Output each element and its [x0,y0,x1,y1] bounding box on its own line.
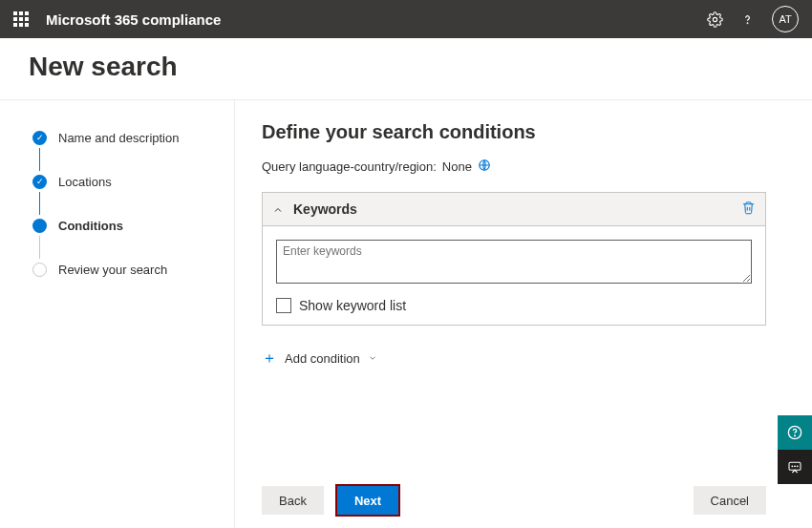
svg-point-1 [747,22,748,23]
keywords-title: Keywords [293,201,741,217]
step-label: Name and description [58,131,179,145]
step-label: Locations [58,175,112,189]
step-locations[interactable]: ✓ Locations [32,171,234,192]
chevron-up-icon[interactable] [272,201,284,217]
query-language-label: Query language-country/region: [262,159,437,174]
main-panel: Define your search conditions Query lang… [235,100,812,528]
top-bar: Microsoft 365 compliance AT [0,0,812,38]
help-icon[interactable] [740,12,755,27]
step-name-description[interactable]: ✓ Name and description [32,127,234,148]
help-float-button[interactable] [778,415,812,450]
footer: Back Next Cancel [235,476,812,528]
plus-icon: ＋ [262,348,277,369]
section-title: Define your search conditions [262,121,766,143]
back-button[interactable]: Back [262,486,324,515]
trash-icon[interactable] [741,201,756,218]
add-condition-label: Add condition [285,351,360,366]
check-icon: ✓ [32,131,47,145]
globe-icon[interactable] [478,158,491,175]
check-icon: ✓ [32,175,47,189]
step-connector [39,148,40,171]
chevron-down-icon [368,353,377,365]
show-keyword-list-label: Show keyword list [299,298,406,313]
next-button[interactable]: Next [337,486,398,515]
step-label: Conditions [58,219,123,233]
step-conditions[interactable]: Conditions [32,215,234,236]
query-language-value: None [442,159,472,174]
step-review[interactable]: Review your search [32,259,234,280]
step-connector [39,236,40,259]
wizard-steps: ✓ Name and description ✓ Locations Condi… [0,100,235,528]
side-float-buttons [778,415,812,484]
step-label: Review your search [58,263,167,277]
add-condition-button[interactable]: ＋ Add condition [262,348,766,369]
cancel-button[interactable]: Cancel [694,486,766,515]
keywords-input[interactable] [276,240,752,284]
page-title: New search [0,38,812,99]
gear-icon[interactable] [707,11,723,28]
query-language-row: Query language-country/region: None [262,158,766,175]
app-launcher-icon[interactable] [13,11,29,27]
current-step-icon [32,219,47,233]
show-keyword-list-checkbox[interactable] [276,298,291,313]
svg-point-0 [713,17,716,21]
svg-point-6 [792,466,793,467]
feedback-float-button[interactable] [778,450,812,484]
pending-step-icon [32,263,47,277]
svg-point-4 [795,435,796,436]
avatar[interactable]: AT [772,6,799,32]
keywords-section: Keywords Show keyword list [262,192,766,326]
app-title: Microsoft 365 compliance [46,11,707,28]
svg-point-7 [795,466,796,467]
svg-point-8 [797,466,798,467]
step-connector [39,192,40,215]
keywords-header: Keywords [263,193,765,226]
